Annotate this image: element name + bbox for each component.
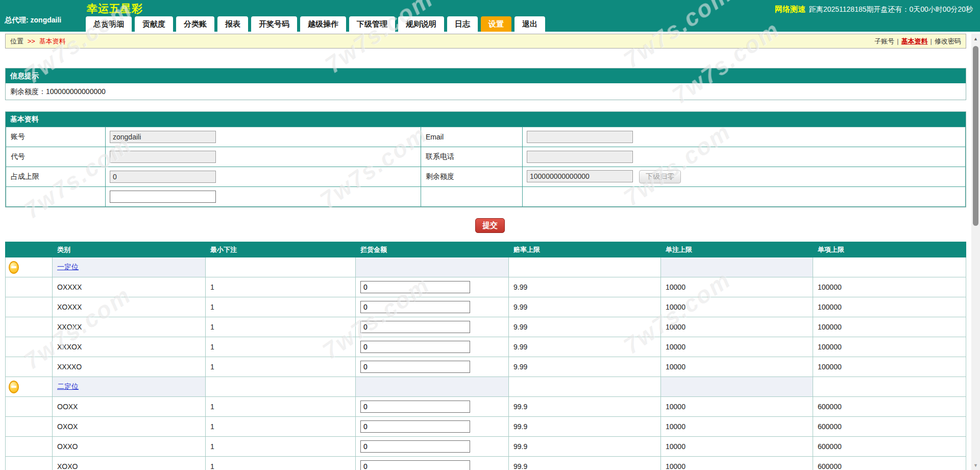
nav-tab[interactable]: 越级操作 (300, 16, 346, 32)
vertical-scrollbar[interactable]: ▲ ▼ (971, 34, 980, 470)
extra-input[interactable] (110, 191, 216, 203)
group-empty-cell (661, 377, 813, 397)
group-empty-cell (813, 377, 966, 397)
submit-button[interactable]: 提交 (475, 218, 505, 233)
item-limit-cell: 100000 (813, 317, 966, 337)
group-empty-cell (509, 257, 661, 277)
block-amount-cell (356, 417, 509, 437)
collapse-group-icon[interactable] (9, 261, 19, 274)
collapse-group-icon[interactable] (9, 381, 19, 393)
account-cell (106, 127, 421, 147)
block-amount-input[interactable] (360, 361, 470, 373)
single-limit-cell: 10000 (661, 417, 813, 437)
group-link[interactable]: 一定位 (57, 263, 79, 271)
table-row: OXXXX19.9910000100000 (6, 277, 966, 297)
limits-table-wrap: 类别最小下注拦货金额赔率上限单注上限单项上限 一定位OXXXX19.991000… (5, 242, 966, 470)
column-header: 赔率上限 (509, 242, 661, 257)
min-bet-cell: 1 (206, 457, 356, 470)
item-limit-cell: 100000 (813, 277, 966, 297)
share-limit-cell (106, 167, 421, 187)
block-amount-input[interactable] (360, 301, 470, 313)
breadcrumb: 位置 >> 基本资料 子账号|基本资料|修改密码 (5, 34, 966, 49)
balance-field-label: 剩余额度 (421, 167, 523, 187)
email-label: Email (421, 127, 523, 147)
odds-limit-cell: 9.99 (509, 297, 661, 317)
empty-cell (523, 187, 966, 207)
nav-tab[interactable]: 设置 (481, 16, 511, 32)
category-cell: OXOX (53, 417, 206, 437)
block-amount-input[interactable] (360, 281, 470, 293)
category-cell: XOXXX (53, 297, 206, 317)
nav-tab[interactable]: 总货明细 (86, 16, 132, 32)
block-amount-cell (356, 297, 509, 317)
network-speed-test-link[interactable]: 网络测速 (775, 5, 805, 14)
minus-bar (11, 386, 16, 388)
breadcrumb-separator: >> (28, 37, 35, 45)
breadcrumb-current-page: 基本资料 (39, 37, 65, 45)
scrollbar-up-arrow-icon[interactable]: ▲ (971, 35, 980, 43)
row-icon-cell (6, 337, 53, 357)
info-panel: 信息提示 剩余额度：100000000000000 (5, 68, 966, 100)
group-empty-cell (813, 257, 966, 277)
odds-limit-cell: 9.99 (509, 357, 661, 377)
account-link[interactable]: 基本资料 (901, 37, 928, 45)
extra-cell (106, 187, 421, 207)
code-input (110, 151, 216, 163)
category-cell: XXOXX (53, 317, 206, 337)
table-row: XXOXX19.9910000100000 (6, 317, 966, 337)
group-icon-cell (6, 257, 53, 277)
nav-tab[interactable]: 退出 (514, 16, 545, 32)
group-empty-cell (206, 257, 356, 277)
nav-tab[interactable]: 贡献度 (135, 16, 173, 32)
nav-tab[interactable]: 分类账 (176, 16, 214, 32)
table-row: XXXXO19.9910000100000 (6, 357, 966, 377)
account-links: 子账号|基本资料|修改密码 (874, 37, 961, 46)
single-limit-cell: 10000 (661, 317, 813, 337)
group-link[interactable]: 二定位 (57, 382, 79, 390)
phone-input (527, 151, 633, 163)
block-amount-cell (356, 277, 509, 297)
scrollbar-down-arrow-icon[interactable]: ▼ (971, 461, 980, 470)
info-panel-body: 剩余额度：100000000000000 (6, 83, 966, 100)
single-limit-cell: 10000 (661, 437, 813, 457)
block-amount-input[interactable] (360, 420, 470, 433)
code-cell (106, 147, 421, 167)
limits-header-row: 类别最小下注拦货金额赔率上限单注上限单项上限 (6, 242, 966, 257)
info-panel-title: 信息提示 (6, 68, 966, 83)
nav-tab[interactable]: 日志 (447, 16, 478, 32)
item-limit-cell: 100000 (813, 297, 966, 317)
table-row: OXOX199.910000600000 (6, 417, 966, 437)
min-bet-cell: 1 (206, 277, 356, 297)
item-limit-cell: 600000 (813, 417, 966, 437)
block-amount-cell (356, 437, 509, 457)
block-amount-input[interactable] (360, 321, 470, 333)
single-limit-cell: 10000 (661, 457, 813, 470)
nav-tab[interactable]: 规则说明 (398, 16, 444, 32)
group-empty-cell (206, 377, 356, 397)
nav-tab[interactable]: 报表 (217, 16, 248, 32)
top-header: 总代理: zongdaili 幸运五星彩 总货明细贡献度分类账报表开奖号码越级操… (0, 0, 980, 32)
min-bet-cell: 1 (206, 317, 356, 337)
account-link[interactable]: 修改密码 (935, 37, 961, 45)
single-limit-cell: 10000 (661, 277, 813, 297)
phone-label: 联系电话 (421, 147, 523, 167)
balance-value: 100000000000000 (46, 87, 106, 96)
block-amount-input[interactable] (360, 401, 470, 413)
block-amount-input[interactable] (360, 460, 470, 470)
block-amount-input[interactable] (360, 341, 470, 353)
nav-tab[interactable]: 下级管理 (349, 16, 395, 32)
table-row: XOXXX19.9910000100000 (6, 297, 966, 317)
row-icon-cell (6, 357, 53, 377)
share-limit-label: 占成上限 (6, 167, 106, 187)
single-limit-cell: 10000 (661, 397, 813, 417)
nav-tab[interactable]: 开奖号码 (251, 16, 297, 32)
min-bet-cell: 1 (206, 417, 356, 437)
link-separator: | (930, 37, 932, 45)
column-header: 单项上限 (813, 242, 966, 257)
group-icon-cell (6, 377, 53, 397)
account-label: 账号 (6, 127, 106, 147)
group-row: 一定位 (6, 257, 966, 277)
account-link[interactable]: 子账号 (874, 37, 894, 45)
block-amount-input[interactable] (360, 440, 470, 453)
scrollbar-thumb[interactable] (973, 46, 978, 226)
